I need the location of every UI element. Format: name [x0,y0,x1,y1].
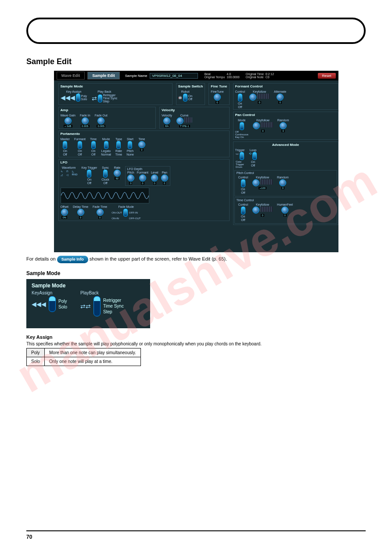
loop-switch[interactable]: Loop⟲OnOff [249,149,257,168]
lfo-waveform[interactable]: Waveform ∿⊓◺◿◁RND [61,166,77,186]
page-footer: 70 [26,530,366,540]
key-assign-control[interactable]: Key Assign ◀◀◀PolySolo [61,90,87,103]
pitch-control-sw[interactable]: ControlOnOff [238,176,248,194]
keyfollow-graph-icon [261,122,273,127]
robot-icon: 🤖 [178,96,182,99]
group-velocity: Velocity [160,107,229,113]
keyfollow-graph-icon [257,94,270,99]
tab-sample-edit[interactable]: Sample Edit [87,72,120,80]
pan-mode[interactable]: ModeOffContinuousKey On [235,119,248,138]
section-heading-box [26,18,366,44]
key-assign-desc: This specifies whether the sample will p… [26,341,366,346]
lfo-fade-time[interactable]: Fade Time0 [93,205,107,220]
group-formant: Formant Control [234,83,338,89]
playback-control[interactable]: Play Back ⇄RetriggerTime SyncStep [92,90,118,103]
lfo-waveform-display [61,188,149,203]
sample-mode-screenshot: Sample Mode KeyAssign ◀◀◀ PolySolo PlayB… [26,279,150,328]
curve-control[interactable]: CurveTYPE-1 [176,114,192,127]
lfo-offset[interactable]: Offset0% [61,205,69,220]
reset-button[interactable]: Reset [318,73,336,79]
porta-formant[interactable]: FormantOnOff [74,138,86,156]
table-row: PolyMore than one note can play simultan… [27,348,141,357]
sample-name-label: Sample Name [125,74,147,78]
lfo-sync[interactable]: SyncClockOff [101,166,109,186]
lfo-formant[interactable]: Formant0 [137,171,148,185]
porta-start[interactable]: StartPitchNone [126,138,134,156]
lfo-pan[interactable]: Pan0 [161,171,168,185]
time-control-sw[interactable]: ControlOnOff [238,203,248,221]
velocity-knob[interactable]: VelocityRA [162,114,172,127]
lfo-fade-mode[interactable]: Fade Mode ON-OUTOFF-IN ON-INOFF-OUT [111,205,140,220]
fine-tune-knob[interactable]: FineTune0 [211,90,223,104]
trigger-icon: ▭ [236,152,239,160]
lfo-delay-time[interactable]: Delay Time0 [73,205,88,220]
porta-master[interactable]: MasterOnOff [61,138,70,156]
curve-graph-icon [184,117,192,123]
pitch-keyfollow[interactable]: Keyfollow+100 [252,176,273,194]
lfo-level[interactable]: Level0 [151,171,158,185]
pan-keyfollow[interactable]: Keyfollow0 [253,119,273,138]
keyfollow-graph-icon [260,207,273,212]
sample-edit-title: Sample Edit [26,57,366,66]
group-sample-mode: Sample Mode [59,83,172,89]
editor-top-bar: Wave Edit Sample Edit Sample Name VP9SRM… [54,71,338,80]
porta-mode[interactable]: ModeLegatoNormal [101,138,111,156]
lfo-rate[interactable]: Rate92 [114,166,121,186]
wave-gain-knob[interactable]: Wave Gain+ 0dB [61,114,76,127]
formant-keyfollow[interactable]: Keyfollow0 [249,90,270,109]
group-portamento: Portamento [59,131,229,137]
intro-text: For details on Sample Info shown in the … [26,256,366,263]
table-row: SoloOnly one note will play at a time. [27,357,141,366]
sample-edit-screenshot: Wave Edit Sample Edit Sample Name VP9SRM… [54,71,338,252]
group-sample-switch: Sample Switch [176,83,205,89]
sample-name-field[interactable]: VP9SRM12_08_04 [150,73,198,79]
time-keyfollow[interactable]: Keyfollow0 [252,203,273,221]
key-assign-table: PolyMore than one note can play simultan… [26,348,141,366]
keyfollow-graph-icon [260,179,273,185]
header-info-1: Beat4.0 Original Tempo100.0000 [204,73,239,79]
porta-time-knob[interactable]: Time0 [138,138,145,156]
lfo-depth-box: LFO Depth Pitch0 Formant0 Level0 Pan0 [125,166,170,186]
loop-icon: ⟲ [249,152,252,160]
tab-wave-edit[interactable]: Wave Edit [57,72,85,80]
porta-time-sw[interactable]: TimeOnOff [90,138,97,156]
sample-mode-heading: Sample Mode [26,270,366,276]
group-pan: Pan Control [234,112,338,118]
group-amp: Amp [59,107,156,113]
group-lfo: LFO [59,160,229,165]
group-pitch-control: Pitch Control [237,171,335,174]
alternate-knob[interactable]: Alternate0 [274,90,286,109]
poly-icon: ◀◀◀ [32,301,46,308]
playback-icon: ⇄⇄ [80,303,91,310]
lfo-key-trigger[interactable]: Key TriggerOnOff [82,166,97,186]
lfo-pitch[interactable]: Pitch0 [127,171,134,185]
pan-random[interactable]: Random0 [277,119,289,138]
key-assign-switch[interactable] [49,296,56,312]
robot-switch[interactable]: Robot 🤖OnOff [178,90,192,102]
pitch-random[interactable]: Random0 [277,176,288,194]
playback-switch[interactable] [94,296,101,316]
fade-in-knob[interactable]: Fade In0.00S [80,114,90,127]
header-info-2: Original Time0:2:12 Original NoteC0 [246,73,274,79]
human-feel[interactable]: HumanFeel0 [277,203,293,221]
group-fine-tune: Fine Tune [209,83,229,89]
formant-control-sw[interactable]: ControlOnOff [235,90,245,109]
poly-icon: ◀◀◀ [61,94,75,101]
fade-out-knob[interactable]: Fade Out0.00S [95,114,108,127]
porta-type[interactable]: TypeRateTime [115,138,122,156]
waveform-icons: ∿⊓◺◿◁RND [61,170,77,176]
group-advanced: Advanced Mode [234,142,338,148]
group-time-control: Time Control [237,199,335,202]
playback-icon: ⇄ [92,95,97,102]
key-assign-heading: Key Assign [26,334,366,340]
sample-info-pill: Sample Info [57,256,88,263]
trigger-mode[interactable]: Trigger▭GateTriggerDrum [235,149,245,168]
